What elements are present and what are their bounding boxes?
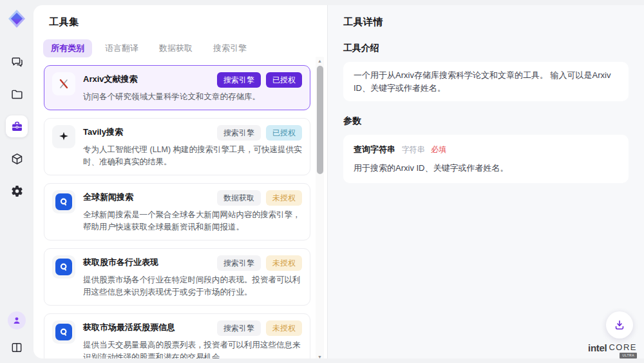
sidebar-item-toolbox[interactable] [6,115,28,137]
scrollbar-down-arrow-icon[interactable]: ▼ [316,353,324,358]
ultra-badge: ULTRA [620,353,637,358]
tool-icon-wrap [52,125,75,148]
tool-icon-wrap [52,255,75,279]
collapse-panel-button[interactable] [8,338,26,357]
sidebar-item-chat[interactable] [6,51,28,73]
param-required-flag: 必填 [431,145,446,154]
tool-name: Arxiv文献搜索 [83,72,138,85]
intro-card: 一个用于从Arxiv存储库搜索科学论文和文章的工具。 输入可以是Arxiv ID… [343,62,629,101]
category-badge: 数据获取 [217,190,261,206]
app-root: 工具集 所有类别 语言翻译 数据获取 搜索引擎 [0,0,644,363]
param-name: 查询字符串 [354,144,395,154]
intro-heading: 工具介绍 [343,43,629,54]
app-logo [6,8,27,29]
param-type: 字符串 [402,145,425,154]
chat-icon [10,55,24,69]
category-badge: 搜索引擎 [217,320,261,336]
columns-icon [10,341,23,354]
sidebar-item-files[interactable] [6,83,28,105]
download-button[interactable] [606,311,633,338]
cube-icon [10,152,24,166]
tool-description: 访问各个研究领域大量科学论文和文章的存储库。 [83,91,302,103]
tool-icon-wrap [52,320,75,344]
sidebar-item-settings[interactable] [6,180,28,202]
tool-card-tavily[interactable]: Tavily搜索 搜索引擎 已授权 专为人工智能代理 (LLM) 构建的搜索引擎… [44,118,310,175]
tool-details-pane: 工具详情 工具介绍 一个用于从Arxiv存储库搜索科学论文和文章的工具。 输入可… [327,5,644,358]
tab-language-translation[interactable]: 语言翻译 [97,39,146,57]
intel-core-logo: intel CORE ULTRA [588,343,637,358]
tool-icon-wrap [52,72,75,95]
toolset-pane: 工具集 所有类别 语言翻译 数据获取 搜索引擎 [33,5,327,358]
auth-status-badge: 未授权 [266,190,302,206]
tool-name: Tavily搜索 [83,125,123,138]
q-logo-icon [55,324,72,340]
tool-list: Arxiv文献搜索 搜索引擎 已授权 访问各个研究领域大量科学论文和文章的存储库… [43,64,327,358]
tool-name: 全球新闻搜索 [83,190,133,203]
auth-status-badge: 已授权 [266,72,302,88]
tab-data-fetching[interactable]: 数据获取 [151,39,200,57]
core-wordmark: CORE [609,343,637,351]
auth-status-badge: 已授权 [266,125,302,141]
category-tabs: 所有类别 语言翻译 数据获取 搜索引擎 [43,39,327,57]
tool-card-global-news[interactable]: 全球新闻搜索 数据获取 未授权 全球新闻搜索是一个聚合全球各大新闻网站内容的搜索… [44,183,310,240]
tool-icon-wrap [52,190,75,213]
category-badge: 搜索引擎 [217,125,261,141]
tool-name: 获取市场最活跃股票信息 [83,320,175,333]
sidebar-nav [6,51,28,202]
scrollbar-thumb[interactable] [317,66,323,174]
param-description: 用于搜索的Arxiv ID、关键字或作者姓名。 [354,162,618,175]
tool-description: 全球新闻搜索是一个聚合全球各大新闻网站内容的搜索引擎，帮助用户快速获取全球最新资… [83,209,302,233]
toolbox-icon [10,120,24,133]
tab-search-engine[interactable]: 搜索引擎 [205,39,254,57]
tool-name: 获取股市各行业表现 [83,255,158,268]
arxiv-x-icon [57,77,71,91]
category-badge: 搜索引擎 [217,72,261,88]
main-surface: 工具集 所有类别 语言翻译 数据获取 搜索引擎 [33,5,644,358]
tool-description: 提供当天交易量最高的股票列表，投资者可以利用这些信息来识别流动性强的股票和潜在的… [83,339,302,358]
diamond-logo-icon [6,8,27,29]
auth-status-badge: 未授权 [266,255,302,271]
category-badge: 搜索引擎 [217,255,261,271]
sparkle-icon [57,130,71,144]
toolset-title: 工具集 [49,16,327,28]
scrollbar-up-arrow-icon[interactable]: ▲ [316,57,324,64]
tool-card-arxiv[interactable]: Arxiv文献搜索 搜索引擎 已授权 访问各个研究领域大量科学论文和文章的存储库… [44,65,310,110]
tab-all-categories[interactable]: 所有类别 [43,39,92,57]
folder-icon [10,88,24,101]
auth-status-badge: 未授权 [266,320,302,336]
param-card: 查询字符串 字符串 必填 用于搜索的Arxiv ID、关键字或作者姓名。 [343,135,629,183]
download-icon [613,319,626,331]
q-logo-icon [55,193,72,210]
sidebar-item-models[interactable] [6,148,28,170]
tool-card-sector-performance[interactable]: 获取股市各行业表现 搜索引擎 未授权 提供股票市场各个行业在特定时间段内的表现。… [44,248,310,306]
intel-wordmark: intel [588,343,607,353]
user-avatar[interactable] [8,311,26,329]
gear-icon [10,184,24,198]
tool-list-scrollbar[interactable]: ▲ ▼ [316,57,324,358]
details-title: 工具详情 [343,16,629,28]
q-logo-icon [55,259,72,275]
tool-description: 提供股票市场各个行业在特定时间段内的表现。投资者可以利用这些信息来识别表现优于或… [83,274,302,299]
person-icon [12,315,22,326]
sidebar [0,0,33,363]
tool-card-active-stocks[interactable]: 获取市场最活跃股票信息 搜索引擎 未授权 提供当天交易量最高的股票列表，投资者可… [44,313,310,358]
tool-description: 专为人工智能代理 (LLM) 构建的搜索引擎工具，可快速提供实时、准确和真实的结… [83,144,302,168]
params-heading: 参数 [343,115,629,127]
sidebar-bottom [8,311,26,357]
